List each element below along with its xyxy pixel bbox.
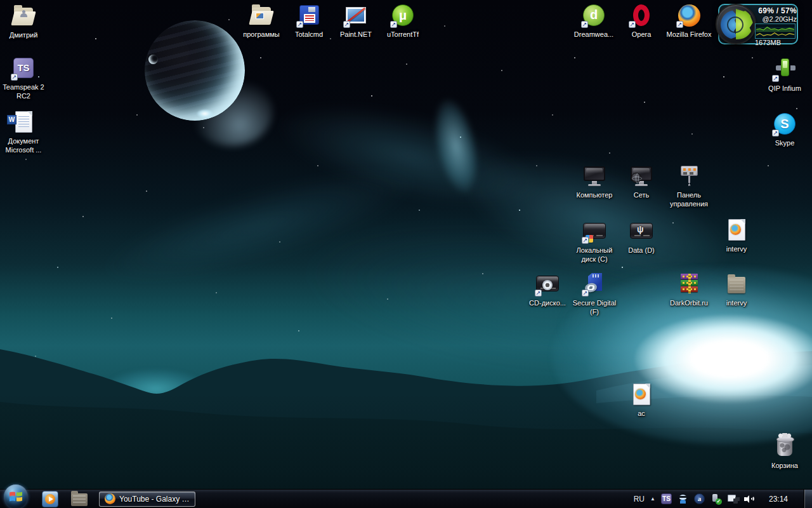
explorer-icon[interactable] (71, 493, 88, 506)
check-icon: ✓ (716, 498, 722, 505)
show-desktop-button[interactable] (804, 490, 812, 508)
desktop-icon-utorrent[interactable]: µ↗ uTorrentTf (374, 3, 431, 39)
firefox-document-icon (723, 218, 750, 243)
desktop-wallpaper (0, 0, 812, 508)
total-commander-icon: ↗ (296, 3, 322, 29)
icon-label: Data (D) (615, 246, 667, 255)
shortcut-arrow-icon: ↗ (772, 130, 779, 137)
icon-label: intervy (710, 244, 763, 253)
desktop-icon-control-panel[interactable]: Панель управления (660, 164, 717, 208)
desktop-icon-recycle-bin[interactable]: Корзина (756, 434, 812, 470)
cpu-gauge-icon (716, 4, 756, 44)
desktop-icon-qip-infium[interactable]: ↗ QIP Infium (756, 57, 812, 93)
sd-card-icon: ↗ (581, 272, 608, 297)
icon-label: intervy (710, 298, 763, 307)
window-button-youtube[interactable]: YouTube - Galaxy Ga... (99, 491, 195, 507)
desktop-icon-firefox[interactable]: ↗ Mozilla Firefox (660, 3, 717, 39)
skype-icon: S↗ (771, 112, 798, 137)
cpu-load-value: 69% / 57% (755, 6, 797, 15)
windows-media-player-icon[interactable] (42, 491, 58, 507)
volume-tray-icon[interactable] (743, 493, 754, 504)
shortcut-arrow-icon: ↗ (676, 21, 683, 28)
desktop-icon-secure-digital[interactable]: ↗ Secure Digital (F) (566, 272, 623, 316)
icon-label: Mozilla Firefox (663, 30, 715, 39)
shortcut-arrow-icon: ↗ (296, 21, 303, 28)
desktop-icon-teamspeak[interactable]: TS↗ Teamspeak 2 RC2 (0, 56, 52, 100)
data-disk-icon: ψ (628, 219, 655, 244)
windows-flag-icon (9, 490, 23, 503)
utorrent-icon: µ↗ (390, 3, 416, 29)
desktop-icon-ac-document[interactable]: ac (613, 382, 670, 418)
icon-label: DarkOrbit.ru (663, 298, 715, 307)
desktop-icon-word-document[interactable]: W Документ Microsoft ... (0, 110, 52, 154)
shortcut-arrow-icon: ↗ (582, 237, 589, 244)
cd-drive-icon: ↗ (534, 272, 561, 297)
icon-label: QIP Infium (759, 84, 811, 93)
language-indicator[interactable]: RU (634, 495, 645, 504)
cpu-meter-gadget[interactable]: 69% / 57% @2.20GHz 1673MB (718, 4, 798, 44)
taskbar: YouTube - Galaxy Ga... RU ▲ TS a ✓ 23:14 (0, 489, 812, 508)
dreamweaver-icon: d↗ (580, 3, 607, 29)
nebula-streak (267, 83, 552, 229)
firefox-document-icon (628, 382, 655, 408)
icon-label: Dreamwea... (568, 30, 620, 39)
icon-label: программы (235, 30, 287, 39)
qip-infium-icon: ↗ (771, 57, 798, 83)
planet-crescent-highlight (197, 109, 213, 118)
firefox-icon: ↗ (676, 3, 702, 29)
icon-label: Корзина (759, 461, 811, 470)
paint-net-icon: ↗ (343, 3, 369, 29)
icon-label: Документ Microsoft ... (0, 137, 49, 154)
planet (145, 20, 245, 121)
teamspeak-icon: TS↗ (10, 56, 37, 81)
show-hidden-icons-button[interactable]: ▲ (650, 496, 655, 502)
start-button[interactable] (4, 485, 28, 508)
nebula-streak (92, 146, 428, 304)
recycle-bin-icon (771, 434, 798, 460)
word-document-icon: W (10, 110, 37, 135)
icon-label: Сеть (615, 190, 667, 199)
shortcut-arrow-icon: ↗ (772, 75, 779, 82)
network-tray-icon[interactable] (727, 493, 738, 504)
stars (0, 0, 1, 1)
icon-label: uTorrentTf (377, 30, 429, 39)
desktop-icon-intervy-document[interactable]: intervy (708, 218, 765, 253)
opera-icon: ↗ (628, 3, 655, 29)
desktop-icon-skype[interactable]: S↗ Skype (756, 112, 812, 147)
shortcut-arrow-icon: ↗ (581, 21, 588, 28)
clock[interactable]: 23:14 (769, 495, 788, 504)
desktop-icon-data-disk-d[interactable]: ψ Data (D) (613, 219, 670, 255)
cpu-history-graph (755, 23, 796, 39)
shortcut-arrow-icon: ↗ (629, 21, 636, 28)
folder-icon (723, 272, 750, 297)
icon-label: Teamspeak 2 RC2 (0, 83, 49, 100)
teamspeak-tray-icon[interactable]: TS (661, 493, 672, 504)
icon-label: Opera (615, 30, 667, 39)
computer-icon (581, 164, 608, 189)
network-icon (628, 164, 655, 189)
desktop-icon-user-folder[interactable]: Дмитрий (0, 4, 52, 39)
shortcut-arrow-icon: ↗ (535, 290, 542, 297)
shortcut-arrow-icon: ↗ (390, 21, 397, 28)
nebula-wisp (427, 95, 485, 197)
icon-label: Skype (759, 138, 811, 147)
window-title: YouTube - Galaxy Ga... (119, 495, 190, 504)
moon (148, 55, 158, 64)
control-panel-icon (676, 164, 702, 189)
winrar-archive-icon (676, 272, 702, 297)
icon-label: ac (615, 409, 667, 418)
icon-label: Панель управления (663, 190, 715, 208)
icon-label: Дмитрий (0, 30, 49, 39)
local-disk-icon: ↗ (581, 219, 608, 244)
user-folder-icon (10, 4, 37, 29)
qip-tray-icon[interactable] (678, 493, 688, 504)
messenger-a-tray-icon[interactable]: a (694, 493, 705, 504)
shortcut-arrow-icon: ↗ (582, 290, 589, 297)
icon-label: Secure Digital (F) (568, 298, 620, 316)
desktop-icon-intervy-folder[interactable]: intervy (708, 272, 765, 307)
cpu-frequency-value: @2.20GHz (755, 15, 797, 23)
memory-value: 1673MB (755, 39, 797, 46)
usb-safely-remove-tray-icon[interactable]: ✓ (710, 493, 721, 504)
system-tray: RU ▲ TS a ✓ 23:14 (634, 490, 812, 508)
shortcut-arrow-icon: ↗ (11, 74, 18, 81)
